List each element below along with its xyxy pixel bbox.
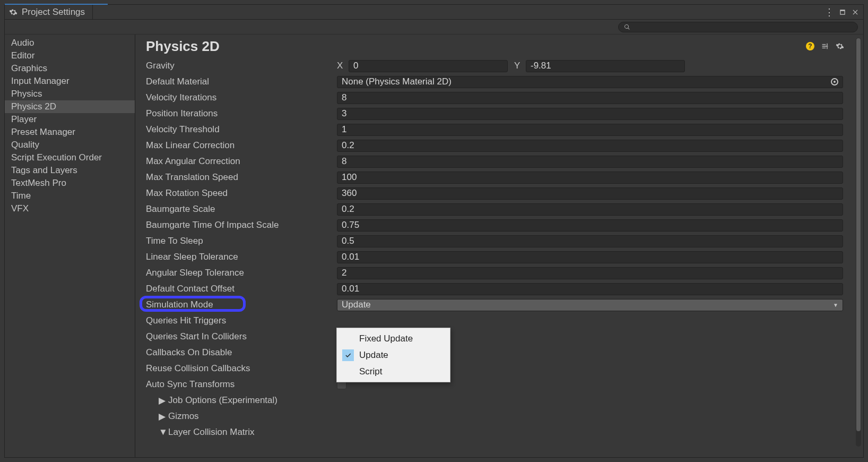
popup-item-script[interactable]: Script — [337, 363, 450, 380]
angular-sleep-tolerance-label: Angular Sleep Tolerance — [146, 268, 337, 278]
max-translation-speed-input[interactable]: 100 — [337, 172, 843, 184]
queries-start-in-colliders-label: Queries Start In Colliders — [146, 331, 337, 342]
page-title: Physics 2D — [146, 38, 220, 55]
popup-item-update[interactable]: Update — [337, 347, 450, 363]
sidebar-item-label: Preset Manager — [11, 127, 75, 138]
window-tab[interactable]: Project Settings — [5, 5, 93, 19]
sidebar-item-preset-manager[interactable]: Preset Manager — [5, 126, 135, 139]
sidebar-item-label: Time — [11, 191, 31, 201]
sidebar-item-time[interactable]: Time — [5, 190, 135, 202]
sidebar-item-vfx[interactable]: VFX — [5, 202, 135, 215]
max-linear-correction-input[interactable]: 0.2 — [337, 140, 843, 152]
simulation-mode-dropdown[interactable]: Update ▼ — [337, 299, 843, 311]
sidebar-item-label: Tags and Layers — [11, 165, 77, 176]
velocity-threshold-label: Velocity Threshold — [146, 124, 337, 135]
linear-sleep-tolerance-input[interactable]: 0.01 — [337, 251, 843, 263]
close-icon[interactable] — [852, 8, 859, 16]
sidebar-item-label: Graphics — [11, 63, 47, 74]
row-simulation-mode: Simulation Mode Update ▼ — [146, 297, 843, 313]
gizmos-foldout[interactable]: ▶Gizmos — [146, 411, 337, 422]
searchbar — [5, 20, 863, 35]
default-contact-offset-label: Default Contact Offset — [146, 284, 337, 294]
sidebar-item-input-manager[interactable]: Input Manager — [5, 75, 135, 88]
simulation-mode-label: Simulation Mode — [146, 300, 337, 310]
sidebar-item-label: Physics — [11, 89, 42, 99]
sidebar-item-tags-and-layers[interactable]: Tags and Layers — [5, 164, 135, 177]
job-options-foldout[interactable]: ▶Job Options (Experimental) — [146, 395, 337, 406]
sidebar-item-player[interactable]: Player — [5, 113, 135, 126]
search-icon — [624, 24, 630, 30]
sidebar-item-textmesh-pro[interactable]: TextMesh Pro — [5, 177, 135, 190]
sidebar-item-label: Editor — [11, 50, 34, 61]
popup-item-fixed-update[interactable]: Fixed Update — [337, 330, 450, 347]
gravity-x-input[interactable]: 0 — [349, 60, 508, 72]
gear-icon[interactable] — [836, 42, 844, 50]
baumgarte-scale-label: Baumgarte Scale — [146, 204, 337, 215]
baumgarte-toi-scale-label: Baumgarte Time Of Impact Scale — [146, 220, 337, 230]
reuse-collision-callbacks-label: Reuse Collision Callbacks — [146, 363, 337, 374]
angular-sleep-tolerance-input[interactable]: 2 — [337, 267, 843, 279]
baumgarte-scale-input[interactable]: 0.2 — [337, 203, 843, 216]
row-gravity: Gravity X 0 Y -9.81 — [146, 58, 843, 74]
max-rotation-speed-label: Max Rotation Speed — [146, 188, 337, 199]
gravity-y-input[interactable]: -9.81 — [526, 60, 685, 72]
velocity-threshold-input[interactable]: 1 — [337, 124, 843, 136]
sidebar-item-label: TextMesh Pro — [11, 178, 66, 189]
gravity-x-label: X — [337, 61, 344, 71]
gear-icon — [9, 8, 18, 16]
callbacks-on-disable-label: Callbacks On Disable — [146, 347, 337, 358]
object-picker-icon[interactable] — [831, 78, 838, 85]
popup-item-label: Update — [359, 350, 388, 361]
default-contact-offset-input[interactable]: 0.01 — [337, 283, 843, 295]
position-iterations-label: Position Iterations — [146, 108, 337, 119]
maximize-icon[interactable] — [839, 8, 846, 16]
sidebar: Audio Editor Graphics Input Manager Phys… — [5, 35, 135, 457]
scrollbar-thumb[interactable] — [856, 38, 861, 431]
linear-sleep-tolerance-label: Linear Sleep Tolerance — [146, 252, 337, 262]
help-icon[interactable]: ? — [806, 42, 814, 50]
max-angular-correction-input[interactable]: 8 — [337, 156, 843, 168]
gravity-label: Gravity — [146, 61, 337, 71]
presets-icon[interactable] — [821, 42, 829, 50]
sidebar-item-physics[interactable]: Physics — [5, 88, 135, 100]
sidebar-item-physics-2d[interactable]: Physics 2D — [5, 100, 135, 113]
max-angular-correction-label: Max Angular Correction — [146, 156, 337, 167]
max-translation-speed-label: Max Translation Speed — [146, 172, 337, 183]
sidebar-item-quality[interactable]: Quality — [5, 139, 135, 151]
simulation-mode-popup: Fixed Update Update Script — [336, 328, 450, 382]
velocity-iterations-label: Velocity Iterations — [146, 92, 337, 103]
time-to-sleep-input[interactable]: 0.5 — [337, 235, 843, 247]
layer-collision-matrix-foldout[interactable]: ▼Layer Collision Matrix — [146, 427, 337, 438]
sidebar-item-label: Physics 2D — [11, 101, 56, 112]
velocity-iterations-input[interactable]: 8 — [337, 92, 843, 104]
main-panel: Physics 2D ? Gravity X 0 — [135, 35, 863, 457]
sidebar-item-audio[interactable]: Audio — [5, 37, 135, 49]
row-default-material: Default Material None (Physics Material … — [146, 74, 843, 90]
sidebar-item-label: VFX — [11, 203, 29, 214]
sidebar-item-script-execution-order[interactable]: Script Execution Order — [5, 151, 135, 164]
sidebar-item-label: Input Manager — [11, 76, 70, 87]
sidebar-item-label: Player — [11, 114, 37, 125]
titlebar: Project Settings ⋮ — [5, 5, 863, 20]
max-rotation-speed-input[interactable]: 360 — [337, 187, 843, 200]
gravity-y-label: Y — [514, 61, 522, 71]
time-to-sleep-label: Time To Sleep — [146, 236, 337, 246]
sidebar-item-label: Audio — [11, 38, 34, 48]
check-icon — [344, 352, 352, 359]
window-title: Project Settings — [22, 7, 85, 18]
default-material-field[interactable]: None (Physics Material 2D) — [337, 76, 843, 88]
baumgarte-toi-scale-input[interactable]: 0.75 — [337, 219, 843, 232]
default-material-label: Default Material — [146, 76, 337, 87]
position-iterations-input[interactable]: 3 — [337, 108, 843, 120]
sidebar-item-graphics[interactable]: Graphics — [5, 62, 135, 75]
popup-item-label: Fixed Update — [359, 333, 413, 344]
scrollbar[interactable] — [856, 38, 861, 447]
popup-item-label: Script — [359, 366, 382, 377]
kebab-menu-icon[interactable]: ⋮ — [824, 6, 834, 18]
auto-sync-transforms-label: Auto Sync Transforms — [146, 379, 337, 390]
max-linear-correction-label: Max Linear Correction — [146, 140, 337, 151]
search-input[interactable] — [618, 22, 858, 32]
chevron-down-icon: ▼ — [833, 302, 838, 308]
sidebar-item-editor[interactable]: Editor — [5, 49, 135, 62]
sidebar-item-label: Quality — [11, 140, 39, 150]
